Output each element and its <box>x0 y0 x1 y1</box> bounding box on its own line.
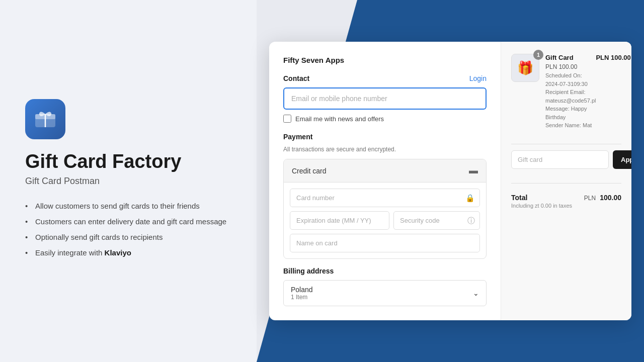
billing-items: 1 Item <box>291 294 313 301</box>
payment-subtitle: All transactions are secure and encrypte… <box>283 146 487 153</box>
gift-card-input[interactable] <box>511 150 609 169</box>
product-detail-3: Sender Name: Mat <box>545 121 596 130</box>
name-on-card-input[interactable] <box>290 234 480 252</box>
security-wrapper: ⓘ <box>393 211 480 230</box>
product-details: Scheduled On: 2024-07-3109:30 Recipient … <box>545 71 596 130</box>
contact-header: Contact Login <box>283 74 487 82</box>
billing-country: Poland <box>291 286 313 294</box>
feature-item-3: Optionally send gift cards to recipients <box>25 232 231 242</box>
total-amount: 100.00 <box>600 194 621 202</box>
app-subtitle: Gift Card Postman <box>25 176 231 187</box>
product-image-wrapper: 🎁 1 <box>511 54 539 82</box>
info-icon: ⓘ <box>467 216 475 225</box>
total-right: PLN 100.00 <box>584 194 621 202</box>
contact-title: Contact <box>283 74 309 82</box>
product-detail-2: Message: Happy Birthday <box>545 105 596 121</box>
billing-dropdown[interactable]: Poland 1 Item ⌄ <box>283 280 487 306</box>
app-title: Gift Card Factory <box>25 151 231 172</box>
billing-header: Billing address <box>283 267 487 275</box>
product-detail-1: Recipient Email: mateusz@code57.pl <box>545 88 596 105</box>
feature-item-1: Allow customers to send gift cards to th… <box>25 201 231 211</box>
product-detail-0: Scheduled On: 2024-07-3109:30 <box>545 71 596 88</box>
feature-list: Allow customers to send gift cards to th… <box>25 201 231 263</box>
total-left: Total Including zt 0.00 in taxes <box>511 194 572 209</box>
expiry-input[interactable] <box>290 211 389 230</box>
form-section: Fifty Seven Apps Contact Login Email me … <box>269 42 501 320</box>
product-price: PLN 100.00 <box>545 63 596 70</box>
app-icon <box>25 99 65 139</box>
billing-title: Billing address <box>283 267 334 275</box>
credit-card-label: Credit card <box>292 167 326 175</box>
klaviyo-brand: Klaviyo <box>105 248 131 257</box>
store-name: Fifty Seven Apps <box>283 56 487 64</box>
card-number-input[interactable] <box>290 189 480 207</box>
payment-title: Payment <box>283 133 312 141</box>
feature-item-2: Customers can enter delivery date and gi… <box>25 216 231 227</box>
credit-card-icon: ▬ <box>469 165 478 176</box>
product-name: Gift Card <box>545 54 596 61</box>
order-summary: 🎁 1 Gift Card PLN 100.00 Scheduled On: 2… <box>501 42 631 320</box>
credit-card-header: Credit card ▬ <box>284 159 486 183</box>
total-tax: Including zt 0.00 in taxes <box>511 203 572 209</box>
product-total: PLN 100.00 <box>596 54 630 61</box>
product-row: 🎁 1 Gift Card PLN 100.00 Scheduled On: 2… <box>511 54 621 130</box>
divider-1 <box>511 144 621 144</box>
newsletter-checkbox[interactable] <box>283 115 291 123</box>
email-input[interactable] <box>283 87 487 110</box>
payment-section: Payment All transactions are secure and … <box>283 133 487 259</box>
gift-card-row: Apply <box>511 150 621 169</box>
feature-item-4: Easily integrate with Klaviyo <box>25 247 231 258</box>
login-link[interactable]: Login <box>469 74 487 82</box>
credit-card-block: Credit card ▬ 🔒 ⓘ <box>283 159 487 259</box>
total-label: Total <box>511 194 572 202</box>
card-number-wrapper: 🔒 <box>290 189 480 207</box>
expiry-security-row: ⓘ <box>290 211 480 230</box>
card-fields: 🔒 ⓘ <box>284 183 486 258</box>
total-currency: PLN <box>584 195 596 202</box>
billing-dropdown-content: Poland 1 Item <box>291 286 313 301</box>
newsletter-label: Email me with news and offers <box>295 115 384 123</box>
billing-section: Billing address Poland 1 Item ⌄ <box>283 267 487 306</box>
product-info: Gift Card PLN 100.00 Scheduled On: 2024-… <box>545 54 596 130</box>
payment-header: Payment <box>283 133 487 141</box>
product-quantity-badge: 1 <box>533 50 543 60</box>
divider-2 <box>511 183 621 184</box>
lock-icon: 🔒 <box>465 194 475 203</box>
checkout-card: Fifty Seven Apps Contact Login Email me … <box>269 42 631 320</box>
chevron-down-icon: ⌄ <box>473 289 479 297</box>
total-row: Total Including zt 0.00 in taxes PLN 100… <box>511 194 621 209</box>
apply-button[interactable]: Apply <box>613 150 631 169</box>
newsletter-row: Email me with news and offers <box>283 115 487 123</box>
